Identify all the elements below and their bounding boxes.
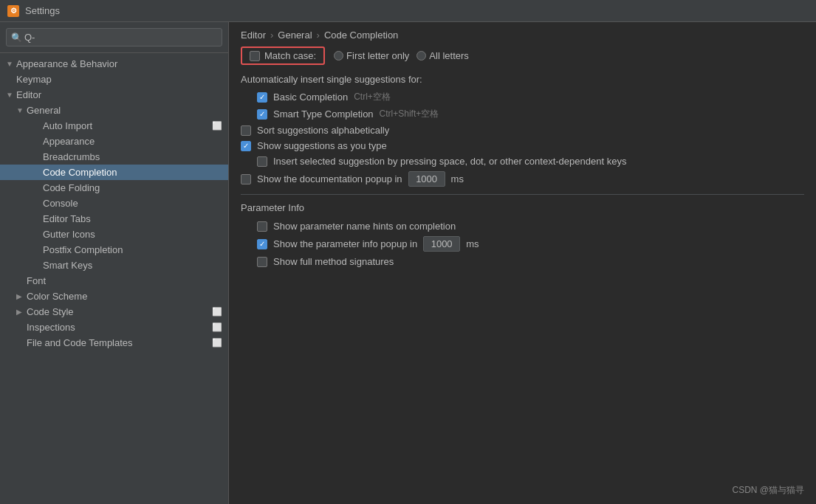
auto-insert-label: Automatically insert single suggestions … [241,74,804,85]
badge-icon: ⬜ [212,307,222,317]
show-param-popup-unit: ms [466,238,479,249]
show-suggestions-checkbox[interactable] [241,141,251,151]
basic-completion-row: Basic Completion Ctrl+空格 [241,91,804,103]
radio-option-all-letters[interactable]: All letters [416,50,468,61]
match-case-checkbox[interactable] [250,51,260,61]
smart-type-label: Smart Type Completion [273,108,374,120]
sidebar-item-label: Keymap [16,74,222,85]
basic-completion-label: Basic Completion [273,92,348,103]
sidebar-item-font[interactable]: Font [0,273,228,289]
badge-icon: ⬜ [212,322,222,332]
sidebar-item-label: Code Folding [43,182,222,193]
search-wrapper: 🔍 [6,28,222,46]
show-full-signatures-row: Show full method signatures [241,256,804,267]
search-input[interactable] [6,28,222,46]
sidebar-item-code-style[interactable]: ▶ Code Style ⬜ [0,304,228,320]
match-case-highlight-box: Match case: [241,46,325,65]
sidebar-item-label: Editor Tabs [43,213,222,224]
sidebar-item-general[interactable]: ▼ General [0,103,228,118]
settings-content: Match case: First letter only All letter… [229,46,816,504]
sidebar-item-keymap[interactable]: Keymap [0,72,228,87]
sidebar-item-label: General [27,105,222,116]
sidebar-item-appearance-behavior[interactable]: ▼ Appearance & Behavior [0,56,228,72]
search-box: 🔍 [0,22,228,53]
arrow-icon: ▼ [6,91,16,99]
sidebar-item-editor[interactable]: ▼ Editor [0,87,228,103]
radio-first-letter[interactable] [334,51,343,61]
radio-group: First letter only All letters [334,50,469,61]
sidebar-item-label: Appearance & Behavior [16,58,222,69]
show-param-popup-label: Show the parameter info popup in [273,238,417,249]
sidebar-item-label: Auto Import [43,120,209,131]
show-suggestions-row: Show suggestions as you type [241,140,804,151]
sidebar-item-smart-keys[interactable]: Smart Keys [0,258,228,273]
parameter-info-title: Parameter Info [241,202,804,213]
basic-completion-shortcut: Ctrl+空格 [354,91,391,103]
settings-panel: Editor › General › Code Completion Match… [229,22,816,504]
sort-suggestions-row: Sort suggestions alphabetically [241,125,804,136]
insert-selected-row: Insert selected suggestion by pressing s… [241,156,804,167]
sidebar-item-file-and-code-templates[interactable]: File and Code Templates ⬜ [0,335,228,351]
sidebar-item-inspections[interactable]: Inspections ⬜ [0,320,228,335]
insert-selected-checkbox[interactable] [257,156,267,167]
breadcrumb-part-general: General [278,30,312,41]
insert-selected-label: Insert selected suggestion by pressing s… [273,156,626,167]
divider [241,194,804,195]
radio-all-letters[interactable] [416,51,426,61]
show-doc-popup-label: Show the documentation popup in [257,173,402,184]
sidebar-item-label: Editor [16,89,222,100]
arrow-icon: ▶ [16,292,27,300]
sidebar-item-appearance[interactable]: Appearance [0,134,228,149]
basic-completion-checkbox[interactable] [257,92,267,103]
arrow-icon: ▶ [16,308,27,316]
show-param-hints-row: Show parameter name hints on completion [241,221,804,232]
sidebar: 🔍 ▼ Appearance & Behavior Keymap ▼ Edito… [0,22,229,504]
badge-icon: ⬜ [212,338,222,348]
sidebar-item-label: Console [43,198,222,209]
breadcrumb: Editor › General › Code Completion [229,22,816,46]
show-param-hints-label: Show parameter name hints on completion [273,221,456,232]
radio-label-first-letter: First letter only [346,50,409,61]
sort-suggestions-label: Sort suggestions alphabetically [257,125,389,136]
sidebar-item-code-folding[interactable]: Code Folding [0,180,228,196]
sidebar-item-label: Color Scheme [27,291,222,302]
window-title: Settings [25,5,60,16]
sidebar-item-label: Appearance [43,136,222,147]
sidebar-item-gutter-icons[interactable]: Gutter Icons [0,227,228,242]
show-param-hints-checkbox[interactable] [257,221,267,232]
sidebar-item-label: Font [27,275,222,286]
sidebar-item-label: Code Style [27,306,209,317]
sidebar-item-console[interactable]: Console [0,196,228,211]
app-icon: ⚙ [7,5,19,17]
watermark: CSDN @猫与猫寻 [732,484,804,497]
show-doc-popup-checkbox[interactable] [241,174,251,184]
smart-type-shortcut: Ctrl+Shift+空格 [380,108,439,120]
sidebar-item-breadcrumbs[interactable]: Breadcrumbs [0,149,228,165]
show-param-popup-value[interactable] [423,236,460,252]
smart-type-checkbox[interactable] [257,109,267,120]
show-full-signatures-checkbox[interactable] [257,257,267,267]
sidebar-item-label: Inspections [27,322,209,333]
breadcrumb-sep-1: › [270,30,273,41]
sidebar-item-editor-tabs[interactable]: Editor Tabs [0,211,228,227]
breadcrumb-part-codecompletion: Code Completion [324,30,398,41]
sort-suggestions-checkbox[interactable] [241,125,251,136]
sidebar-item-postfix-completion[interactable]: Postfix Completion [0,242,228,258]
title-bar: ⚙ Settings [0,0,816,22]
breadcrumb-part-editor: Editor [241,30,266,41]
sidebar-item-label: Code Completion [43,167,222,178]
sidebar-item-auto-import[interactable]: Auto Import ⬜ [0,118,228,134]
show-param-popup-checkbox[interactable] [257,239,267,249]
show-doc-popup-value[interactable] [408,171,445,187]
sidebar-item-label: File and Code Templates [27,337,209,348]
badge-icon: ⬜ [212,121,222,131]
radio-option-first-letter[interactable]: First letter only [334,50,409,61]
search-icon: 🔍 [11,32,22,43]
breadcrumb-sep-2: › [317,30,320,41]
arrow-icon: ▼ [16,106,27,114]
show-doc-popup-row: Show the documentation popup in ms [241,171,804,187]
show-full-signatures-label: Show full method signatures [273,256,394,267]
sidebar-item-code-completion[interactable]: Code Completion [0,165,228,180]
sidebar-item-label: Breadcrumbs [43,151,222,162]
sidebar-item-color-scheme[interactable]: ▶ Color Scheme [0,289,228,304]
